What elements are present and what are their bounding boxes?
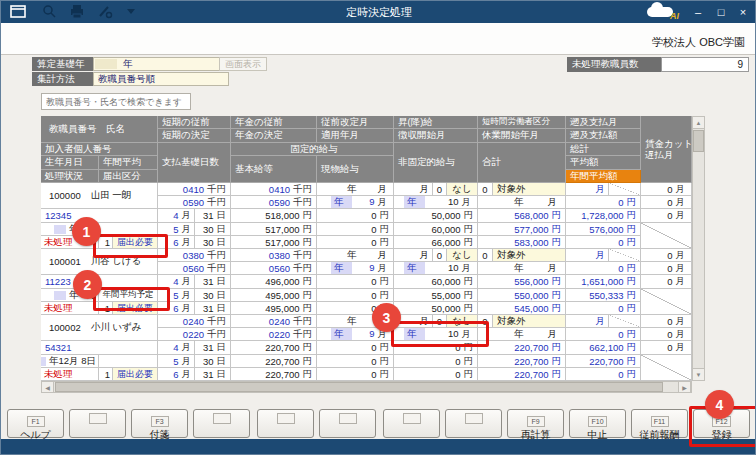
retro-amount-cell[interactable]: 0円 [566, 196, 641, 209]
base-pay-cell[interactable]: 495,000円 [231, 302, 317, 315]
close-button[interactable]: × [732, 4, 754, 20]
nenkin-after-cell[interactable]: 0560千円 [231, 262, 317, 275]
wage-cut-cell[interactable]: 0月 [641, 183, 692, 196]
apply-month-cell[interactable]: 年9月 [317, 262, 394, 275]
inkind-pay-cell[interactable]: 0円 [317, 236, 394, 249]
member-number-cell[interactable]: 54321 [41, 341, 158, 355]
inkind-pay-cell[interactable]: 0円 [317, 223, 394, 236]
wage-cut-cell[interactable]: 0月 [641, 328, 692, 341]
wage-cut-cell[interactable]: 0月 [641, 315, 692, 328]
wage-cut-cell[interactable]: 0月 [641, 275, 692, 289]
tanki-before-cell[interactable]: 0240千円 [158, 315, 231, 328]
fkey-button-f10[interactable]: F10中止 [569, 409, 626, 438]
raise-code-cell[interactable]: 0 [433, 183, 447, 196]
raise-month-cell[interactable]: 月 [394, 183, 433, 196]
days-cell[interactable]: 30日 [195, 223, 231, 236]
report-required-cell[interactable]: 届出必要 [113, 368, 158, 381]
retro-month-cell[interactable]: 月 [566, 249, 609, 262]
days-cell[interactable]: 31日 [195, 341, 231, 355]
month-cell[interactable]: 6月 [158, 368, 195, 381]
total-pay-cell[interactable]: 550,000円 [478, 289, 566, 302]
inkind-pay-cell[interactable]: 0円 [317, 341, 394, 355]
month-cell[interactable]: 4月 [158, 341, 195, 355]
search-input[interactable] [41, 93, 191, 110]
wage-cut-cell[interactable]: 0月 [641, 341, 692, 355]
inkind-pay-cell[interactable]: 0円 [317, 275, 394, 289]
inkind-pay-cell[interactable]: 0円 [317, 209, 394, 223]
base-pay-cell[interactable]: 495,000円 [231, 289, 317, 302]
days-cell[interactable]: 30日 [195, 289, 231, 302]
employee-code-name[interactable]: 100002小川 いずみ [41, 315, 158, 341]
variable-pay-cell[interactable]: 50,000円 [394, 302, 478, 315]
total-pay-cell[interactable]: 583,000円 [478, 236, 566, 249]
variable-pay-cell[interactable]: 60,000円 [394, 223, 478, 236]
nenkin-before-cell[interactable]: 0410千円 [231, 183, 317, 196]
apply-month-cell[interactable]: 年9月 [317, 196, 394, 209]
collect-start-cell[interactable]: 年10月 [394, 196, 478, 209]
base-pay-cell[interactable]: 220,700円 [231, 368, 317, 381]
scroll-down-arrow[interactable]: ▼ [692, 368, 705, 381]
inkind-pay-cell[interactable]: 0円 [317, 355, 394, 368]
raise-code-cell[interactable]: 0 [433, 249, 447, 262]
base-year-field[interactable]: 年 [93, 57, 229, 71]
short-time-value-cell[interactable]: 対象外 [493, 183, 566, 196]
annual-average-cell[interactable] [99, 355, 158, 368]
leave-start-cell[interactable]: 年月 [478, 262, 566, 275]
fkey-button-f3[interactable]: F3付箋 [131, 409, 188, 438]
maximize-button[interactable]: □ [710, 4, 732, 20]
inkind-pay-cell[interactable]: 0円 [317, 289, 394, 302]
nenkin-after-cell[interactable]: 0590千円 [231, 196, 317, 209]
base-pay-cell[interactable]: 518,000円 [231, 209, 317, 223]
total-pay-cell[interactable]: 556,000円 [478, 275, 566, 289]
variable-pay-cell[interactable]: 66,000円 [394, 236, 478, 249]
nenkin-before-cell[interactable]: 0380千円 [231, 249, 317, 262]
base-pay-cell[interactable]: 220,700円 [231, 355, 317, 368]
wage-cut-cell[interactable]: 0月 [641, 209, 692, 223]
retro-amount-cell[interactable]: 0円 [566, 328, 641, 341]
base-pay-cell[interactable]: 496,000円 [231, 275, 317, 289]
base-pay-cell[interactable]: 517,000円 [231, 236, 317, 249]
variable-pay-cell[interactable]: 60,000円 [394, 275, 478, 289]
short-time-code-cell[interactable]: 0 [478, 183, 493, 196]
tanki-before-cell[interactable]: 0410千円 [158, 183, 231, 196]
inkind-pay-cell[interactable]: 0円 [317, 368, 394, 381]
leave-start-cell[interactable]: 年月 [478, 328, 566, 341]
wage-cut-cell[interactable]: 0月 [641, 262, 692, 275]
days-cell[interactable]: 30日 [195, 236, 231, 249]
fkey-button-f1[interactable]: F1ヘルプ [7, 409, 64, 438]
tanki-after-cell[interactable]: 0220千円 [158, 328, 231, 341]
vertical-scroll-thumb[interactable] [693, 130, 704, 152]
horizontal-scroll-thumb[interactable] [55, 382, 663, 392]
retro-month-cell[interactable]: 月 [566, 315, 609, 328]
leave-start-cell[interactable]: 年月 [478, 196, 566, 209]
total-pay-cell[interactable]: 577,000円 [478, 223, 566, 236]
short-time-value-cell[interactable]: 対象外 [493, 315, 566, 328]
nenkin-before-cell[interactable]: 0240千円 [231, 315, 317, 328]
days-cell[interactable]: 31日 [195, 209, 231, 223]
method-field[interactable]: 教職員番号順 [93, 72, 229, 86]
total-pay-cell[interactable]: 545,000円 [478, 302, 566, 315]
short-time-code-cell[interactable]: 0 [478, 249, 493, 262]
scroll-left-arrow[interactable]: ◀ [41, 381, 54, 393]
variable-pay-cell[interactable]: 0円 [394, 355, 478, 368]
days-cell[interactable]: 31日 [195, 302, 231, 315]
nenkin-after-cell[interactable]: 0220千円 [231, 328, 317, 341]
prev-revision-month-cell[interactable]: 年月 [317, 249, 394, 262]
variable-pay-cell[interactable]: 0円 [394, 368, 478, 381]
variable-pay-cell[interactable]: 50,000円 [394, 209, 478, 223]
minimize-button[interactable]: – [687, 4, 709, 20]
base-pay-cell[interactable]: 220,700円 [231, 341, 317, 355]
prev-revision-month-cell[interactable]: 年月 [317, 183, 394, 196]
days-cell[interactable]: 30日 [195, 355, 231, 368]
total-pay-cell[interactable]: 220,700円 [478, 368, 566, 381]
short-time-value-cell[interactable]: 対象外 [493, 249, 566, 262]
wage-cut-cell[interactable]: 0月 [641, 249, 692, 262]
base-pay-cell[interactable]: 517,000円 [231, 223, 317, 236]
scroll-up-arrow[interactable]: ▲ [692, 116, 705, 129]
month-cell[interactable]: 4月 [158, 209, 195, 223]
tanki-after-cell[interactable]: 0590千円 [158, 196, 231, 209]
retro-amount-cell[interactable]: 0円 [566, 262, 641, 275]
days-cell[interactable]: 31日 [195, 368, 231, 381]
employee-code-name[interactable]: 100000山田 一朗 [41, 183, 158, 209]
fkey-button-f9[interactable]: F9再計算 [507, 409, 564, 438]
